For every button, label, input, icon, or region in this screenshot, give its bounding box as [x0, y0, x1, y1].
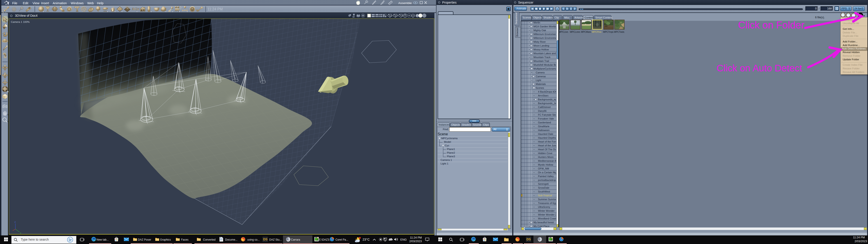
svg-text:AGr: AGr — [132, 7, 140, 11]
svg-text:C: C — [287, 239, 289, 241]
svg-text:Camera 1 100%: Camera 1 100% — [11, 21, 30, 23]
svg-text:Z: Z — [14, 221, 16, 223]
svg-text:C: C — [539, 239, 541, 241]
